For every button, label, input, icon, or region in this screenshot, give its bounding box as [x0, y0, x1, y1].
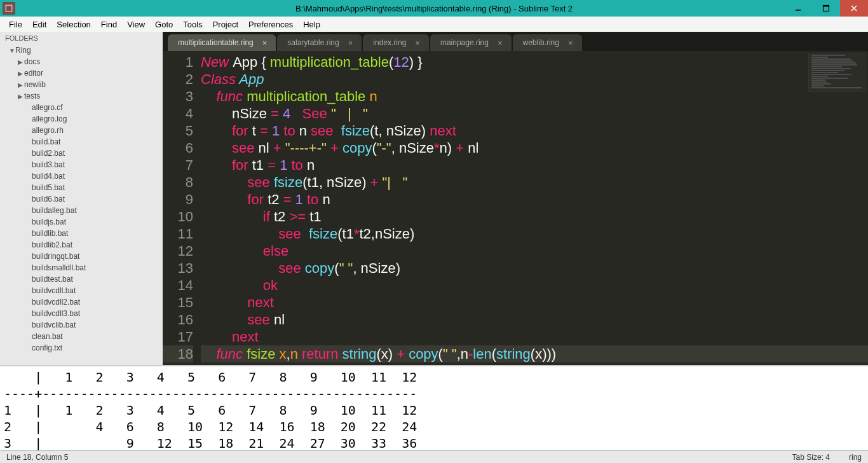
code-editor[interactable]: 123456789101112131415161718 New App { mu… — [163, 51, 868, 365]
tab-bar: multiplicationtable.ring×salarytable.rin… — [163, 32, 868, 51]
window-titlebar: B:\Mahmoud\Apps\Ring\tests\multiplicatio… — [0, 0, 868, 17]
close-icon[interactable]: × — [415, 38, 420, 48]
folder-item[interactable]: ▶tests — [0, 90, 163, 102]
chevron-right-icon: ▶ — [18, 93, 24, 100]
file-item[interactable]: build6.bat — [0, 193, 163, 205]
tab-label: multiplicationtable.ring — [178, 38, 254, 47]
menu-goto[interactable]: Goto — [150, 20, 178, 29]
file-item[interactable]: build2.bat — [0, 148, 163, 159]
file-item[interactable]: buildsmalldll.bat — [0, 262, 163, 273]
tab-label: salarytable.ring — [287, 38, 339, 47]
close-button[interactable] — [840, 0, 868, 17]
file-item[interactable]: buildvcdll2.bat — [0, 296, 163, 308]
tree-item-label: buildringqt.bat — [32, 252, 79, 261]
line-number: 4 — [163, 105, 193, 122]
line-number: 17 — [163, 328, 193, 345]
line-number: 11 — [163, 225, 193, 242]
file-item[interactable]: build5.bat — [0, 182, 163, 193]
menu-project[interactable]: Project — [208, 20, 243, 29]
file-item[interactable]: buildalleg.bat — [0, 205, 163, 216]
line-number: 6 — [163, 139, 193, 156]
tree-item-label: buildvcdll2.bat — [32, 298, 80, 307]
tree-item-label: config.txt — [32, 343, 62, 352]
file-item[interactable]: buildvclib.bat — [0, 319, 163, 331]
file-item[interactable]: buildjs.bat — [0, 216, 163, 228]
line-number: 10 — [163, 208, 193, 225]
code-text[interactable]: New App { multiplication_table(12) } Cla… — [201, 51, 868, 365]
tree-item-label: buildvclib.bat — [32, 321, 76, 329]
tree-item-label: build4.bat — [32, 172, 65, 181]
output-panel[interactable]: | 1 2 3 4 5 6 7 8 9 10 11 12 ----+------… — [0, 365, 868, 450]
close-icon[interactable]: × — [262, 38, 268, 48]
file-item[interactable]: buildvcdll3.bat — [0, 308, 163, 319]
menu-edit[interactable]: Edit — [27, 20, 51, 29]
status-tab-size[interactable]: Tab Size: 4 — [792, 453, 830, 462]
close-icon[interactable]: × — [498, 38, 503, 48]
sidebar-heading: FOLDERS — [0, 32, 163, 45]
close-icon[interactable]: × — [568, 38, 573, 48]
tree-item-label: clean.bat — [32, 332, 63, 341]
menu-view[interactable]: View — [122, 20, 150, 29]
tab-label: mainpage.ring — [440, 38, 489, 47]
file-item[interactable]: buildtest.bat — [0, 273, 163, 285]
folder-item[interactable]: ▶docs — [0, 56, 163, 67]
maximize-button[interactable] — [812, 0, 840, 17]
tree-item-label: build.bat — [32, 137, 60, 146]
file-item[interactable]: buildvcdll.bat — [0, 285, 163, 296]
tab-label: weblib.ring — [523, 38, 559, 47]
file-item[interactable]: buildlib.bat — [0, 228, 163, 239]
menu-preferences[interactable]: Preferences — [243, 20, 298, 29]
minimize-button[interactable] — [784, 0, 812, 17]
tree-item-label: buildvcdll3.bat — [32, 309, 80, 318]
file-item[interactable]: allegro.rh — [0, 125, 163, 136]
file-item[interactable]: allegro.cf — [0, 102, 163, 113]
status-bar: Line 18, Column 5 Tab Size: 4 ring — [0, 450, 868, 463]
line-number: 13 — [163, 259, 193, 277]
tree-item-label: buildsmalldll.bat — [32, 263, 86, 272]
menu-tools[interactable]: Tools — [178, 20, 207, 29]
line-number: 8 — [163, 174, 193, 191]
status-language[interactable]: ring — [849, 453, 862, 462]
line-number: 14 — [163, 277, 193, 294]
tree-item-label: buildalleg.bat — [32, 206, 77, 215]
menu-selection[interactable]: Selection — [51, 20, 95, 29]
menu-help[interactable]: Help — [298, 20, 325, 29]
tree-item-label: allegro.rh — [32, 126, 64, 135]
minimap[interactable] — [808, 53, 865, 92]
file-item[interactable]: allegro.log — [0, 113, 163, 125]
line-number: 2 — [163, 71, 193, 88]
folder-item[interactable]: ▶newlib — [0, 79, 163, 90]
status-cursor-position[interactable]: Line 18, Column 5 — [6, 453, 68, 462]
file-item[interactable]: buildringqt.bat — [0, 251, 163, 262]
editor-tab[interactable]: mainpage.ring× — [430, 34, 512, 51]
tree-item-label: buildvcdll.bat — [32, 286, 76, 295]
editor-tab[interactable]: salarytable.ring× — [277, 34, 362, 51]
editor-tab[interactable]: index.ring× — [363, 34, 429, 51]
file-item[interactable]: build4.bat — [0, 170, 163, 182]
file-item[interactable]: build3.bat — [0, 159, 163, 170]
tree-item-label: Ring — [15, 46, 31, 55]
file-item[interactable]: buildlib2.bat — [0, 239, 163, 251]
file-item[interactable]: config.txt — [0, 342, 163, 354]
editor-tab[interactable]: multiplicationtable.ring× — [168, 34, 276, 51]
line-number-gutter: 123456789101112131415161718 — [163, 51, 201, 365]
tree-item-label: newlib — [24, 80, 46, 89]
line-number: 15 — [163, 294, 193, 311]
close-icon[interactable]: × — [348, 38, 353, 48]
line-number: 12 — [163, 242, 193, 259]
file-item[interactable]: build.bat — [0, 136, 163, 148]
folder-item[interactable]: ▶editor — [0, 67, 163, 79]
menu-find[interactable]: Find — [96, 20, 122, 29]
line-number: 1 — [163, 53, 193, 71]
tree-item-label: build6.bat — [32, 195, 65, 204]
editor-tab[interactable]: weblib.ring× — [513, 34, 582, 51]
menu-file[interactable]: File — [4, 20, 27, 29]
chevron-down-icon: ▼ — [9, 47, 15, 54]
line-number: 7 — [163, 156, 193, 174]
line-number: 3 — [163, 88, 193, 105]
file-item[interactable]: clean.bat — [0, 331, 163, 342]
folder-item[interactable]: ▼Ring — [0, 45, 163, 56]
app-icon — [3, 2, 15, 15]
tree-item-label: allegro.cf — [32, 103, 63, 112]
tree-item-label: docs — [24, 57, 40, 66]
